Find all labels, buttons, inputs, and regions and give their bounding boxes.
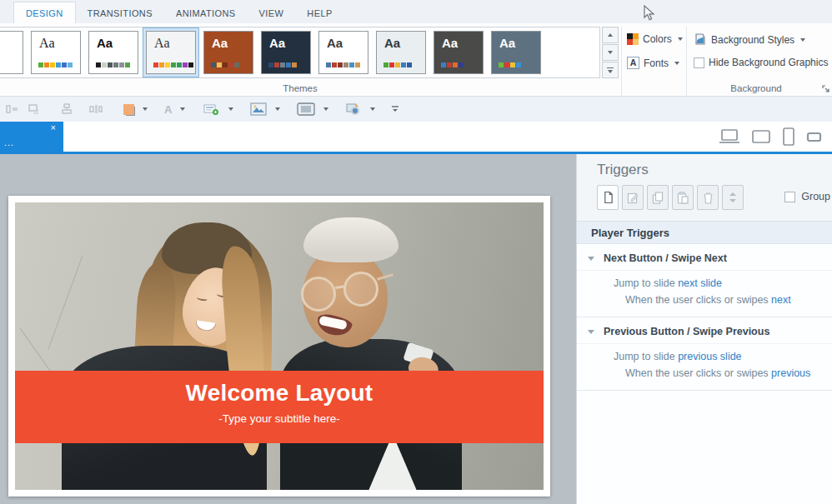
background-styles-label: Background Styles	[711, 34, 794, 46]
theme-thumbnail[interactable]: Aa	[0, 31, 23, 74]
theme-thumbnail[interactable]: Aa	[376, 31, 426, 74]
mouse-cursor-icon	[644, 5, 655, 22]
distribute-objects-icon[interactable]	[88, 102, 103, 116]
trigger-action-text: Jump to slide	[614, 277, 675, 289]
theme-thumbnail[interactable]: Aa	[203, 31, 253, 74]
trash-icon	[703, 192, 714, 204]
close-icon[interactable]: ×	[51, 122, 56, 132]
delete-trigger-button[interactable]	[697, 185, 719, 210]
theme-thumbnail[interactable]: Aa	[434, 31, 484, 74]
trigger-action-link[interactable]: next slide	[678, 277, 722, 289]
trigger-group-previous: Previous Button / Swipe Previous Jump to…	[577, 317, 832, 391]
tab-transitions[interactable]: TRANSITIONS	[76, 2, 164, 23]
bring-forward-icon[interactable]	[5, 102, 20, 116]
colors-icon	[627, 33, 639, 45]
background-dialog-launcher-icon[interactable]	[822, 85, 830, 93]
background-styles-dropdown[interactable]: Background Styles	[694, 33, 805, 46]
theme-thumbnail[interactable]: Aa	[318, 31, 368, 74]
reorder-trigger-button[interactable]	[722, 185, 744, 210]
trigger-action-link[interactable]: previous slide	[678, 351, 741, 362]
collapse-toolbar-icon[interactable]	[390, 104, 400, 114]
new-document-icon	[603, 191, 614, 204]
apply-design-icon[interactable]	[345, 102, 362, 117]
tablet-portrait-preview-icon[interactable]	[782, 127, 795, 147]
trigger-action-row[interactable]: Jump to slide next slide	[577, 277, 832, 289]
fonts-dropdown[interactable]: A Fonts	[627, 57, 679, 69]
format-toolbar: A	[0, 97, 832, 122]
theme-gallery-scrollbar	[602, 27, 619, 78]
apply-design-caret-icon[interactable]	[370, 107, 375, 111]
triggers-panel-title: Triggers	[597, 162, 649, 178]
collapse-triangle-icon[interactable]	[588, 257, 594, 261]
trigger-when-row[interactable]: When the user clicks or swipes next	[577, 289, 832, 306]
player-triggers-header: Player Triggers	[577, 221, 832, 244]
trigger-group-header[interactable]: Previous Button / Swipe Previous	[577, 317, 832, 344]
align-objects-icon[interactable]	[60, 102, 73, 116]
theme-thumbnail[interactable]: Aa	[261, 31, 311, 74]
theme-thumbnail-label: Aa	[147, 32, 195, 50]
phone-preview-icon[interactable]	[806, 132, 822, 142]
tab-animations[interactable]: ANIMATIONS	[164, 2, 248, 23]
slide-banner[interactable]: Welcome Layout -Type your subtitle here-	[15, 371, 544, 443]
photo-glasses-icon	[301, 277, 336, 312]
copy-icon	[652, 192, 664, 204]
media-frame-caret-icon[interactable]	[323, 107, 328, 111]
tab-design[interactable]: DESIGN	[13, 2, 76, 23]
slide-title[interactable]: Welcome Layout	[15, 380, 544, 407]
slide-photo[interactable]: Welcome Layout -Type your subtitle here-	[15, 202, 544, 490]
font-color-caret-icon[interactable]	[180, 107, 185, 111]
font-color-icon[interactable]: A	[164, 103, 172, 116]
gallery-more-button[interactable]	[602, 62, 619, 78]
theme-thumbnail-label: Aa	[377, 32, 425, 50]
trigger-group-header[interactable]: Next Button / Swipe Next	[577, 244, 832, 271]
shape-fill-caret-icon[interactable]	[143, 107, 148, 111]
list-format-caret-icon[interactable]	[228, 107, 233, 111]
checkbox-icon	[694, 57, 704, 68]
theme-thumbnail-label: Aa	[319, 32, 368, 50]
trigger-when-text: When the user clicks or swipes	[625, 294, 769, 306]
device-preview-bar	[719, 122, 822, 152]
shape-fill-icon[interactable]	[123, 104, 134, 115]
trigger-when-link[interactable]: previous	[771, 367, 810, 379]
send-backward-icon[interactable]	[27, 102, 42, 116]
colors-dropdown[interactable]: Colors	[627, 33, 683, 45]
group-checkbox[interactable]: Group	[784, 191, 830, 202]
theme-thumbnail-label: Aa	[89, 32, 138, 50]
background-group-label: Background	[694, 83, 819, 93]
theme-thumbnail-label: Aa	[434, 32, 483, 50]
trigger-group-title: Next Button / Swipe Next	[604, 252, 727, 264]
theme-thumbnail[interactable]: Aa	[88, 31, 138, 74]
theme-thumbnail[interactable]: Aa	[31, 31, 81, 74]
copy-trigger-button[interactable]	[647, 185, 669, 210]
triggers-toolbar	[597, 185, 744, 210]
edit-trigger-button[interactable]	[622, 185, 644, 210]
tab-view[interactable]: VIEW	[248, 2, 296, 23]
media-frame-icon[interactable]	[297, 102, 315, 116]
ribbon-tab-bar: DESIGN TRANSITIONS ANIMATIONS VIEW HELP	[0, 0, 832, 23]
theme-thumbnail-label: Aa	[492, 32, 540, 50]
tab-help[interactable]: HELP	[295, 2, 343, 23]
theme-thumbnail[interactable]: Aa	[146, 31, 196, 74]
theme-thumbnail[interactable]: Aa	[491, 31, 541, 74]
list-format-icon[interactable]	[203, 102, 220, 116]
trigger-action-row[interactable]: Jump to slide previous slide	[577, 351, 832, 362]
slide-subtitle[interactable]: -Type your subtitle here-	[15, 412, 544, 425]
gallery-scroll-down-button[interactable]	[602, 44, 619, 61]
theme-thumbnail-label: Aa	[32, 32, 80, 50]
trigger-when-link[interactable]: next	[771, 294, 791, 306]
collapse-triangle-icon[interactable]	[588, 330, 594, 334]
paste-trigger-button[interactable]	[672, 185, 694, 210]
desktop-preview-icon[interactable]	[719, 128, 740, 145]
picture-caret-icon[interactable]	[275, 107, 280, 111]
picture-icon[interactable]	[250, 102, 267, 116]
theme-thumbnail-label: Aa	[0, 32, 23, 50]
background-styles-icon	[694, 33, 707, 46]
new-trigger-button[interactable]	[597, 185, 619, 210]
slide-tab-active[interactable]: ... ×	[0, 122, 63, 152]
hide-background-graphics-checkbox[interactable]: Hide Background Graphics	[694, 57, 828, 68]
gallery-scroll-up-button[interactable]	[602, 27, 619, 43]
slide-canvas[interactable]: Welcome Layout -Type your subtitle here-	[8, 196, 550, 497]
trigger-when-row[interactable]: When the user clicks or swipes previous	[577, 362, 832, 379]
tablet-landscape-preview-icon[interactable]	[751, 129, 771, 144]
hide-background-graphics-label: Hide Background Graphics	[709, 57, 828, 68]
